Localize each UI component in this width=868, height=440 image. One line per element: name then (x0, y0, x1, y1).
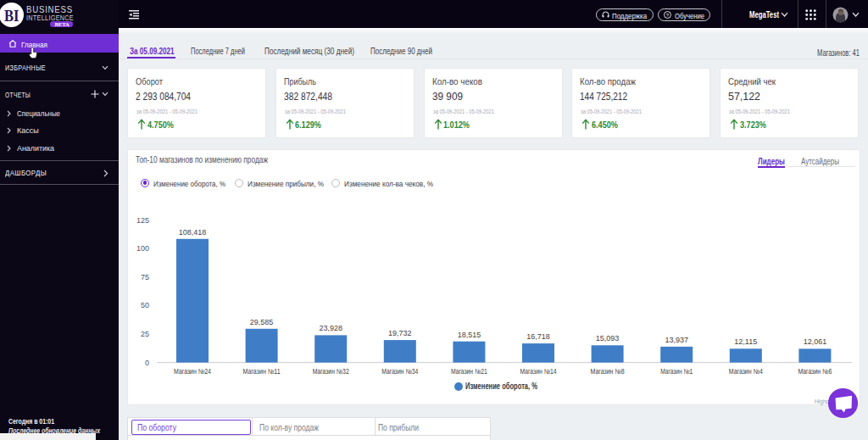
svg-text:125: 125 (136, 216, 149, 225)
svg-text:19,732: 19,732 (388, 329, 412, 337)
svg-text:25: 25 (141, 330, 149, 338)
svg-text:75: 75 (141, 273, 149, 281)
svg-text:13,937: 13,937 (665, 336, 688, 344)
svg-text:Магазин №32: Магазин №32 (313, 367, 349, 376)
svg-text:23,928: 23,928 (319, 324, 342, 332)
svg-text:Магазин №4: Магазин №4 (729, 367, 763, 376)
svg-text:Магазин №14: Магазин №14 (520, 367, 557, 376)
svg-text:50: 50 (141, 301, 149, 309)
svg-text:Магазин №6: Магазин №6 (798, 367, 832, 376)
svg-text:0: 0 (145, 359, 149, 367)
svg-text:18,515: 18,515 (458, 331, 481, 339)
svg-text:Магазин №24: Магазин №24 (174, 367, 211, 376)
svg-text:Магазин №11: Магазин №11 (243, 367, 281, 376)
svg-text:?: ? (666, 13, 670, 18)
svg-text:15,093: 15,093 (596, 334, 620, 343)
svg-text:12,061: 12,061 (804, 337, 827, 346)
svg-text:Магазин №8: Магазин №8 (591, 367, 625, 376)
svg-text:108,418: 108,418 (179, 228, 207, 237)
svg-text:Магазин №34: Магазин №34 (381, 367, 418, 376)
svg-text:29,585: 29,585 (250, 318, 274, 326)
svg-text:Магазин №21: Магазин №21 (451, 367, 487, 376)
svg-text:12,115: 12,115 (734, 337, 757, 346)
svg-text:100: 100 (136, 244, 149, 253)
svg-text:16,718: 16,718 (526, 332, 550, 341)
svg-text:Магазин №1: Магазин №1 (660, 367, 693, 376)
